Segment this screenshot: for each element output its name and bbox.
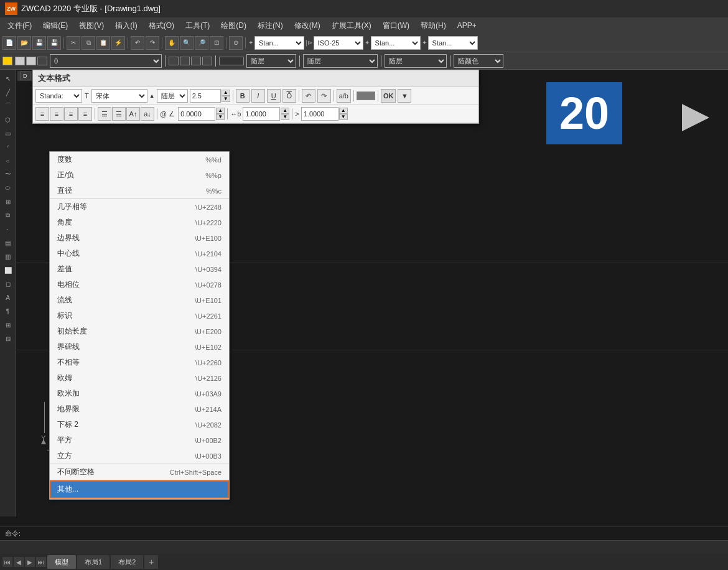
tb-new[interactable]: 📄 [2, 36, 16, 50]
dwg-tab[interactable]: D [20, 72, 30, 80]
ctx-almost-equal[interactable]: 几乎相等 \U+2248 [50, 199, 229, 215]
tab-nav-next[interactable]: ▶ [25, 557, 35, 567]
standard-select2[interactable]: Stan... [371, 36, 421, 50]
tb-cut[interactable]: ✂ [67, 36, 80, 50]
tab-nav-last[interactable]: ⏭ [36, 557, 46, 567]
tf-justify[interactable]: ≡ [78, 107, 92, 121]
ctx-flow-line[interactable]: 流线 \U+E101 [50, 292, 229, 308]
tf-style-select[interactable]: Standa: [35, 89, 82, 103]
tf-track-input[interactable] [301, 107, 338, 121]
lt-icon4[interactable] [202, 57, 212, 65]
ctx-not-equal[interactable]: 不相等 \U+2260 [50, 355, 229, 370]
tf-numbered[interactable]: ☰ [112, 107, 126, 121]
lt-icon1[interactable] [169, 57, 179, 65]
tb-paste[interactable]: 📋 [96, 36, 110, 50]
tool-ellipse[interactable]: ⬭ [2, 182, 14, 194]
tool-spline[interactable]: 〜 [2, 168, 14, 180]
tf-align-center[interactable]: ≡ [50, 107, 63, 121]
tf-track-up[interactable]: ▲ [339, 108, 348, 114]
tf-stack-btn[interactable]: a/b [337, 89, 351, 103]
tab-layout2[interactable]: 布局2 [111, 555, 143, 569]
tf-italic-btn[interactable]: I [251, 89, 265, 103]
tf-angle-up[interactable]: ▲ [216, 108, 225, 114]
tf-width-up[interactable]: ▲ [281, 108, 289, 114]
ctx-angle[interactable]: 角度 \U+2220 [50, 215, 229, 230]
menu-file[interactable]: 文件(F) [2, 19, 37, 32]
tf-font-select[interactable]: 宋体 [91, 89, 147, 103]
ctx-property-line[interactable]: 地界限 \U+214A [50, 401, 229, 417]
ctx-identity[interactable]: 标识 \U+2261 [50, 308, 229, 324]
tool-polyline[interactable]: ⌒ [2, 100, 14, 112]
canvas-area[interactable]: D 20 Y X 文本格式 [16, 70, 728, 516]
tf-size-input[interactable] [190, 89, 221, 103]
ctx-center-line[interactable]: 中心线 \U+2104 [50, 246, 229, 261]
tf-expand-btn[interactable]: ▼ [398, 89, 411, 103]
tab-nav-first[interactable]: ⏮ [2, 557, 12, 567]
tf-width-down[interactable]: ▼ [281, 114, 289, 120]
tb-save2[interactable]: 💾 [47, 36, 61, 50]
menu-extend[interactable]: 扩展工具(X) [327, 19, 376, 32]
tf-undo-btn[interactable]: ↶ [302, 89, 315, 103]
tool-circle[interactable]: ○ [2, 154, 14, 167]
layer-select[interactable]: 0 [50, 54, 162, 68]
print-select[interactable]: 随颜色 [454, 54, 503, 68]
tool-insert[interactable]: ⊞ [2, 195, 14, 208]
ctx-diameter[interactable]: 直径 %%c [50, 183, 229, 199]
ctx-delta[interactable]: 差值 \U+0394 [50, 261, 229, 277]
tb-copy[interactable]: ⧉ [82, 36, 95, 50]
tab-layout1[interactable]: 布局1 [77, 555, 110, 569]
menu-window[interactable]: 窗口(W) [378, 19, 414, 32]
tool-region[interactable]: ⬜ [2, 264, 14, 276]
menu-app[interactable]: APP+ [452, 20, 482, 31]
tb-undo[interactable]: ↶ [131, 36, 144, 50]
tool-grid[interactable]: ⊟ [2, 332, 14, 345]
menu-format[interactable]: 格式(O) [144, 19, 179, 32]
ctx-initial-length[interactable]: 初始长度 \U+E200 [50, 324, 229, 339]
ctx-other[interactable]: 其他... [50, 480, 229, 498]
menu-edit[interactable]: 编辑(E) [38, 19, 73, 32]
menu-help[interactable]: 帮助(H) [416, 19, 451, 32]
menu-tools[interactable]: 工具(T) [180, 19, 215, 32]
tool-block[interactable]: ⧉ [2, 209, 14, 222]
lineweight-select[interactable]: 随层 [385, 54, 447, 68]
standard-select1[interactable]: Stan... [254, 36, 304, 50]
ctx-nbsp[interactable]: 不间断空格 Ctrl+Shift+Space [50, 464, 229, 480]
tool-line[interactable]: ╱ [2, 86, 14, 98]
tool-gradient[interactable]: ▥ [2, 250, 14, 263]
tb-circle[interactable]: ⊙ [229, 36, 243, 50]
tf-lower[interactable]: a↓ [141, 107, 154, 121]
tool-text[interactable]: A [2, 291, 14, 304]
tb-extents[interactable]: ⊡ [210, 36, 223, 50]
tf-width-input[interactable] [243, 107, 280, 121]
ctx-monument-line[interactable]: 界碑线 \U+E102 [50, 339, 229, 355]
tf-underline-btn[interactable]: U [267, 89, 281, 103]
ctx-squared[interactable]: 平方 \U+00B2 [50, 432, 229, 448]
tool-arc[interactable]: ◜ [2, 141, 14, 153]
tf-size-up[interactable]: ▲ [222, 90, 230, 96]
tb-zoom[interactable]: 🔍 [180, 36, 194, 50]
tab-model[interactable]: 模型 [47, 555, 76, 569]
tb-match[interactable]: ⚡ [111, 36, 125, 50]
ctx-degree[interactable]: 度数 %%d [50, 152, 229, 167]
tool-mtext[interactable]: ¶ [2, 305, 14, 317]
menu-annotate[interactable]: 标注(N) [253, 19, 288, 32]
tb-open[interactable]: 📂 [17, 36, 31, 50]
tool-point[interactable]: · [2, 223, 14, 235]
tf-size-down[interactable]: ▼ [222, 96, 230, 102]
ctx-omega[interactable]: 欧米加 \U+03A9 [50, 386, 229, 401]
tool-table[interactable]: ⊞ [2, 319, 14, 331]
tf-ok-btn[interactable]: OK [381, 89, 396, 103]
ctx-electrical-phase[interactable]: 电相位 \U+0278 [50, 277, 229, 292]
ctx-ohm[interactable]: 欧姆 \U+2126 [50, 370, 229, 386]
menu-modify[interactable]: 修改(M) [289, 19, 325, 32]
iso-select[interactable]: ISO-25 [314, 36, 363, 50]
standard-select3[interactable]: Stan... [428, 36, 478, 50]
color-select[interactable]: 随层 [246, 54, 296, 68]
tf-bold-btn[interactable]: B [236, 89, 250, 103]
menu-draw[interactable]: 绘图(D) [216, 19, 251, 32]
tf-angle-input[interactable] [178, 107, 215, 121]
tool-rect[interactable]: ▭ [2, 127, 14, 139]
tf-upper[interactable]: A↑ [126, 107, 140, 121]
ctx-subscript2[interactable]: 下标 2 \U+2082 [50, 417, 229, 432]
tf-strike-btn[interactable]: Ō [282, 89, 296, 103]
